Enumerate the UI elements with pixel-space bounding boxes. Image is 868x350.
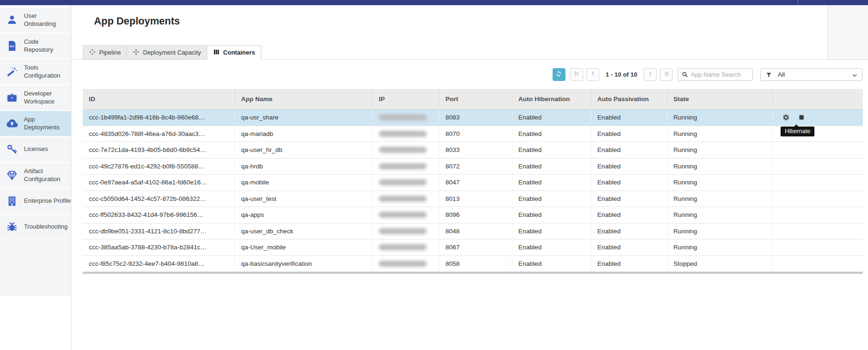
- move-arrows-icon: [133, 48, 140, 57]
- cell-port: 8072: [439, 159, 512, 175]
- cell-id: ccc-1b499fa1-2d98-416b-8c4b-960e68…: [83, 110, 235, 126]
- building-icon: [6, 195, 18, 207]
- main-content: App Deployments Pipeline Deployment Capa…: [71, 5, 868, 350]
- first-page-button[interactable]: [571, 68, 583, 81]
- funnel-icon: [766, 72, 772, 78]
- sidebar-item-label: User Onboarding: [24, 12, 56, 28]
- bug-icon: [6, 221, 18, 233]
- cell-auto-passivation: Enabled: [591, 142, 667, 158]
- magic-wand-icon: [6, 65, 18, 78]
- ip-blurred-value: [379, 228, 427, 234]
- sidebar-filler: [0, 240, 71, 295]
- row-actions: [773, 223, 863, 239]
- tab-pipeline[interactable]: Pipeline: [83, 45, 127, 60]
- table-body: ccc-1b499fa1-2d98-416b-8c4b-960e68… qa-u…: [83, 110, 863, 272]
- cell-state: Running: [667, 142, 773, 158]
- ip-blurred-value: [379, 244, 427, 250]
- cell-ip: [373, 191, 439, 207]
- search-input[interactable]: [691, 69, 751, 80]
- cell-app-name: qa-user_db_check: [235, 223, 373, 239]
- column-header-port: Port: [439, 89, 512, 109]
- sidebar-item-user-onboarding[interactable]: User Onboarding: [0, 8, 71, 33]
- stop-icon[interactable]: [798, 114, 805, 121]
- table-row[interactable]: ccc-4835d026-788f-46ea-a76d-30aac3… qa-m…: [83, 126, 863, 143]
- tab-deployment-capacity[interactable]: Deployment Capacity: [126, 45, 207, 60]
- sidebar-item-app-deployments[interactable]: App Deployments: [0, 111, 71, 137]
- cell-state: Running: [667, 223, 773, 239]
- cell-auto-hibernation: Enabled: [512, 223, 591, 239]
- sidebar-item-artifact-configuration[interactable]: Artifact Configuration: [0, 163, 71, 189]
- cell-app-name: qa-mobile: [235, 175, 373, 191]
- cell-state: Running: [667, 159, 773, 175]
- chevron-right-icon: [647, 70, 654, 79]
- previous-page-button[interactable]: [586, 68, 599, 81]
- last-page-button[interactable]: [660, 68, 673, 81]
- table-row[interactable]: ccc-49c27876-ed1c-4292-b0f8-550588… qa-h…: [83, 159, 863, 175]
- cell-auto-passivation: Enabled: [591, 175, 667, 191]
- tab-label: Pipeline: [99, 49, 121, 56]
- table-row[interactable]: ccc-385aa5ab-3788-4230-b78a-b2841c… qa-U…: [83, 239, 863, 256]
- cell-auto-hibernation: Enabled: [512, 159, 591, 175]
- sidebar-item-troubleshooting[interactable]: Troubleshooting: [0, 215, 71, 240]
- cell-state: Running: [667, 110, 773, 126]
- row-actions: [773, 191, 863, 207]
- settings-icon[interactable]: [782, 114, 790, 121]
- sidebar-item-code-repository[interactable]: </> Code Repository: [0, 33, 71, 59]
- briefcase-icon: [6, 91, 18, 104]
- table-row[interactable]: ccc-c5050d64-1452-4c57-872b-086322… qa-u…: [83, 191, 863, 207]
- cell-auto-passivation: Enabled: [591, 223, 667, 239]
- search-box: [678, 68, 753, 81]
- sidebar-item-label: App Deployments: [24, 116, 60, 131]
- cell-auto-passivation: Enabled: [591, 207, 667, 223]
- horizontal-scrollbar[interactable]: [83, 272, 863, 274]
- refresh-button[interactable]: [553, 68, 565, 81]
- filter-dropdown[interactable]: All: [760, 68, 862, 81]
- cell-ip: [373, 126, 439, 142]
- cell-app-name: qa-usr_share: [235, 110, 373, 126]
- sidebar-item-licenses[interactable]: Licenses: [0, 137, 71, 163]
- pipeline-icon: [89, 48, 96, 57]
- cell-app-name: qa-user_hr_db: [235, 142, 373, 158]
- cell-auto-hibernation: Enabled: [512, 191, 591, 207]
- first-page-icon: [573, 70, 580, 79]
- cell-app-name: qa-User_mobile: [235, 239, 373, 255]
- cell-state: Running: [667, 207, 773, 223]
- pagination-range-label: 1 - 10 of 10: [606, 71, 637, 78]
- row-actions: [773, 142, 863, 158]
- cell-auto-hibernation: Enabled: [512, 239, 591, 255]
- tab-label: Deployment Capacity: [143, 49, 201, 56]
- cell-app-name: qa-apps: [235, 207, 373, 223]
- table-header-row: ID App Name IP Port Auto Hibernation Aut…: [83, 89, 863, 110]
- table-row[interactable]: ccc-0e97aea4-a5af-4102-86a1-fd60e16… qa-…: [83, 175, 863, 191]
- cell-auto-passivation: Enabled: [591, 159, 667, 175]
- column-header-state: State: [667, 89, 773, 109]
- cell-ip: [373, 256, 439, 272]
- row-actions: [773, 159, 863, 175]
- sidebar-item-label: Enterprise Profile: [24, 197, 71, 205]
- cell-auto-passivation: Enabled: [591, 110, 667, 126]
- row-actions: [773, 207, 863, 223]
- table-row[interactable]: ccc-7e72c1da-4193-4b05-b8d0-6b9c54… qa-u…: [83, 142, 863, 159]
- sidebar-item-label: Licenses: [24, 145, 48, 153]
- sidebar-item-developer-workspace[interactable]: Developer Workspace: [0, 85, 71, 111]
- page-background-patch: [828, 5, 868, 59]
- column-header-auto-hibernation: Auto Hibernation: [512, 89, 591, 109]
- columns-icon: [213, 48, 220, 57]
- sidebar-item-enterprise-profile[interactable]: Enterprise Profile: [0, 189, 71, 215]
- table-row[interactable]: ccc-1b499fa1-2d98-416b-8c4b-960e68… qa-u…: [83, 110, 863, 126]
- filter-selected-value: All: [778, 71, 785, 78]
- tab-containers[interactable]: Containers: [207, 45, 261, 60]
- cell-auto-passivation: Enabled: [591, 239, 667, 255]
- cell-id: ccc-7e72c1da-4193-4b05-b8d0-6b9c54…: [83, 142, 235, 158]
- cell-app-name: qa-mariadb: [235, 126, 373, 142]
- cell-state: Running: [667, 191, 773, 207]
- table-row[interactable]: ccc-f85c75c2-9232-4ee7-b404-9810a8… qa-b…: [83, 256, 863, 272]
- refresh-icon: [555, 70, 563, 79]
- table-row[interactable]: ccc-ff502633-8432-41d4-97b6-996156… qa-a…: [83, 207, 863, 223]
- sidebar-item-tools-configuration[interactable]: Tools Configuration: [0, 59, 71, 85]
- cell-id: ccc-0e97aea4-a5af-4102-86a1-fd60e16…: [83, 175, 235, 191]
- chevron-left-icon: [589, 70, 596, 79]
- table-row[interactable]: ccc-db9be051-2331-4121-8c10-8bd277… qa-u…: [83, 223, 863, 240]
- cell-id: ccc-db9be051-2331-4121-8c10-8bd277…: [83, 223, 235, 239]
- next-page-button[interactable]: [644, 68, 657, 81]
